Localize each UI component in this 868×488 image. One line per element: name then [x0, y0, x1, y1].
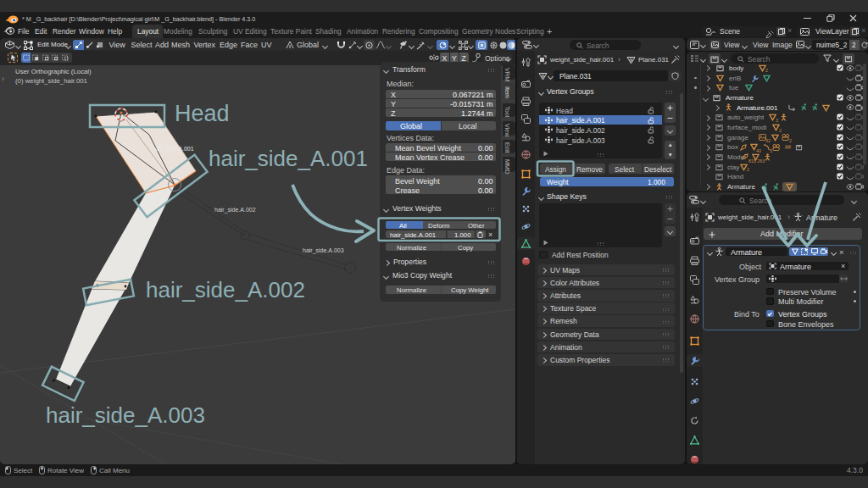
svg-text:hair_side.A.001: hair_side.A.001: [153, 146, 194, 152]
svg-text:hair_side.A.002: hair_side.A.002: [214, 207, 256, 214]
svg-text:hair_side.A.003: hair_side.A.003: [303, 247, 344, 254]
